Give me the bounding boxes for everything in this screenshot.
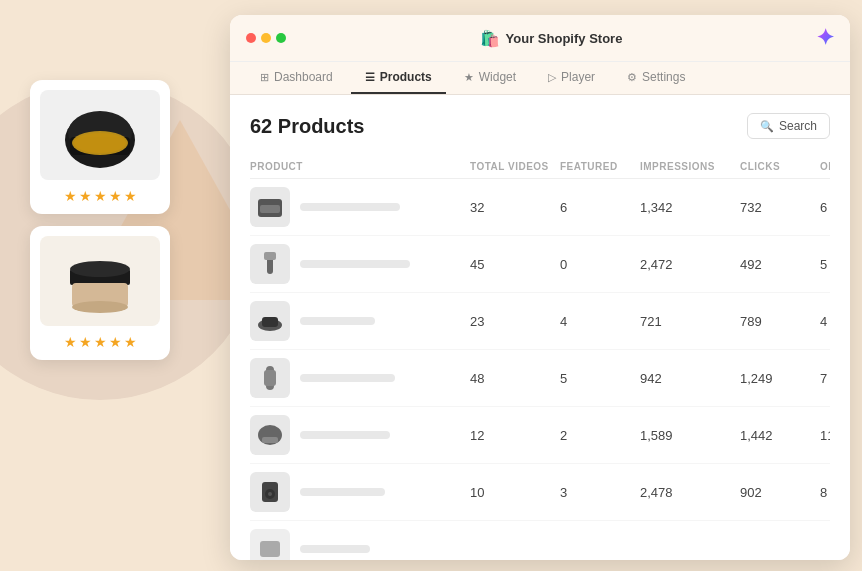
cell-impressions-6: 2,478 <box>640 485 740 500</box>
svg-rect-13 <box>264 252 276 260</box>
product-card-2-image <box>40 236 160 326</box>
logo-icon: ✦ <box>816 25 834 51</box>
product-card-1: ★ ★ ★ ★ ★ <box>30 80 170 214</box>
product-name-bar-2 <box>300 260 410 268</box>
page-title: 62 Products <box>250 115 364 138</box>
content-header: 62 Products 🔍 Search <box>250 113 830 139</box>
window-controls <box>246 33 286 43</box>
product-name-bar-4 <box>300 374 395 382</box>
title-bar: 🛍️ Your Shopify Store ✦ <box>230 15 850 62</box>
table-row[interactable]: 48 5 942 1,249 7 <box>250 350 830 407</box>
cell-total-videos-6: 10 <box>470 485 560 500</box>
product-cell-4 <box>250 358 470 398</box>
svg-rect-19 <box>262 437 278 443</box>
product-thumb-1 <box>250 187 290 227</box>
svg-point-9 <box>72 301 128 313</box>
search-icon: 🔍 <box>760 120 774 133</box>
product-cell-6 <box>250 472 470 512</box>
cell-orders-6: 8 <box>820 485 830 500</box>
product-cell-7 <box>250 529 470 560</box>
tab-player[interactable]: ▷ Player <box>534 62 609 94</box>
cell-total-videos-5: 12 <box>470 428 560 443</box>
product-name-bar-1 <box>300 203 400 211</box>
col-product: PRODUCT <box>250 161 470 172</box>
cell-featured-4: 5 <box>560 371 640 386</box>
product-card-2: ★ ★ ★ ★ ★ <box>30 226 170 360</box>
svg-point-4 <box>74 133 126 153</box>
cell-clicks-4: 1,249 <box>740 371 820 386</box>
store-name-label: Your Shopify Store <box>506 31 623 46</box>
svg-rect-11 <box>260 205 280 213</box>
col-impressions: IMPRESSIONS <box>640 161 740 172</box>
tab-widget-label: Widget <box>479 70 516 84</box>
tab-products[interactable]: ☰ Products <box>351 62 446 94</box>
cell-clicks-1: 732 <box>740 200 820 215</box>
store-name: 🛍️ Your Shopify Store <box>480 29 623 48</box>
cell-total-videos-1: 32 <box>470 200 560 215</box>
product-cell-5 <box>250 415 470 455</box>
table-row[interactable]: 12 2 1,589 1,442 11 <box>250 407 830 464</box>
cell-total-videos-4: 48 <box>470 371 560 386</box>
col-clicks: CLICKS <box>740 161 820 172</box>
cell-orders-5: 11 <box>820 428 830 443</box>
tab-player-label: Player <box>561 70 595 84</box>
cell-impressions-1: 1,342 <box>640 200 740 215</box>
product-thumb-7 <box>250 529 290 560</box>
product-cell-3 <box>250 301 470 341</box>
main-content: 62 Products 🔍 Search PRODUCT TOTAL VIDEO… <box>230 95 850 560</box>
products-table: PRODUCT TOTAL VIDEOS FEATURED IMPRESSION… <box>250 155 830 560</box>
product-cell-1 <box>250 187 470 227</box>
cell-featured-6: 3 <box>560 485 640 500</box>
table-header: PRODUCT TOTAL VIDEOS FEATURED IMPRESSION… <box>250 155 830 179</box>
table-row[interactable] <box>250 521 830 560</box>
product-card-2-stars: ★ ★ ★ ★ ★ <box>40 334 160 350</box>
nav-tabs: ⊞ Dashboard ☰ Products ★ Widget ▷ Player… <box>230 62 850 95</box>
helmet-svg <box>50 95 150 175</box>
table-row[interactable]: 10 3 2,478 902 8 <box>250 464 830 521</box>
search-button[interactable]: 🔍 Search <box>747 113 830 139</box>
cream-svg <box>50 241 150 321</box>
product-name-bar-6 <box>300 488 385 496</box>
tab-dashboard[interactable]: ⊞ Dashboard <box>246 62 347 94</box>
svg-rect-17 <box>264 370 276 386</box>
table-row[interactable]: 45 0 2,472 492 5 <box>250 236 830 293</box>
product-thumb-2 <box>250 244 290 284</box>
minimize-dot[interactable] <box>261 33 271 43</box>
col-total-videos: TOTAL VIDEOS <box>470 161 560 172</box>
cell-clicks-2: 492 <box>740 257 820 272</box>
table-row[interactable]: 32 6 1,342 732 6 <box>250 179 830 236</box>
cell-clicks-5: 1,442 <box>740 428 820 443</box>
product-thumb-5 <box>250 415 290 455</box>
table-row[interactable]: 23 4 721 789 4 <box>250 293 830 350</box>
product-name-bar-5 <box>300 431 390 439</box>
cell-featured-1: 6 <box>560 200 640 215</box>
player-icon: ▷ <box>548 71 556 84</box>
cell-orders-2: 5 <box>820 257 830 272</box>
tab-settings[interactable]: ⚙ Settings <box>613 62 699 94</box>
maximize-dot[interactable] <box>276 33 286 43</box>
cell-orders-3: 4 <box>820 314 830 329</box>
product-card-1-image <box>40 90 160 180</box>
close-dot[interactable] <box>246 33 256 43</box>
dashboard-icon: ⊞ <box>260 71 269 84</box>
svg-point-7 <box>70 261 130 277</box>
svg-rect-23 <box>260 541 280 557</box>
widget-icon: ★ <box>464 71 474 84</box>
search-label: Search <box>779 119 817 133</box>
cell-clicks-3: 789 <box>740 314 820 329</box>
cell-orders-1: 6 <box>820 200 830 215</box>
cell-impressions-4: 942 <box>640 371 740 386</box>
product-thumb-6 <box>250 472 290 512</box>
cell-clicks-6: 902 <box>740 485 820 500</box>
product-cell-2 <box>250 244 470 284</box>
cell-featured-2: 0 <box>560 257 640 272</box>
products-icon: ☰ <box>365 71 375 84</box>
settings-icon: ⚙ <box>627 71 637 84</box>
cell-total-videos-2: 45 <box>470 257 560 272</box>
tab-widget[interactable]: ★ Widget <box>450 62 530 94</box>
cell-impressions-2: 2,472 <box>640 257 740 272</box>
product-thumb-3 <box>250 301 290 341</box>
cell-orders-4: 7 <box>820 371 830 386</box>
tab-settings-label: Settings <box>642 70 685 84</box>
svg-rect-15 <box>262 317 278 327</box>
